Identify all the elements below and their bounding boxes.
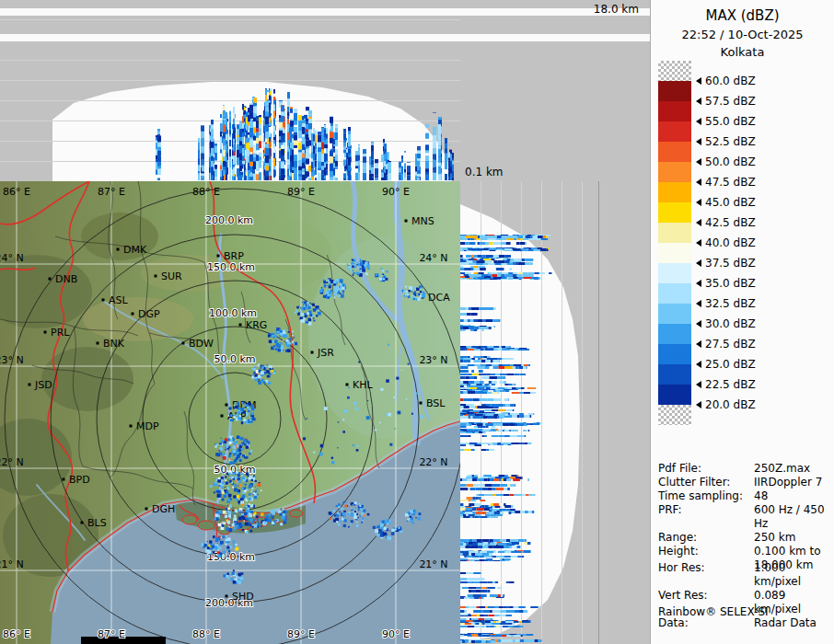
height-axis-max-label: 18.0 km bbox=[594, 3, 639, 16]
colorbar-label: 25.0 dBZ bbox=[696, 358, 756, 371]
colorbar-label: 20.0 dBZ bbox=[696, 398, 756, 411]
level-arrow-icon bbox=[696, 340, 701, 348]
colorbar-band bbox=[658, 182, 691, 202]
level-arrow-icon bbox=[696, 401, 701, 408]
level-arrow-icon bbox=[696, 259, 701, 267]
colorbar-band bbox=[658, 364, 691, 385]
colorbar-band bbox=[658, 243, 691, 263]
colorbar-label: 55.0 dBZ bbox=[696, 115, 756, 128]
info-row: Hor Res:1.000 km/pixel bbox=[658, 561, 831, 589]
colorbar-label: 22.5 dBZ bbox=[696, 378, 756, 391]
yz-max-projection-panel bbox=[460, 181, 589, 644]
colorbar-band bbox=[658, 162, 691, 182]
colorbar-band bbox=[658, 81, 691, 101]
colorbar-label: 50.0 dBZ bbox=[696, 155, 756, 168]
colorbar-label: 35.0 dBZ bbox=[696, 277, 756, 290]
colorbar-band bbox=[658, 223, 691, 243]
resolution-info-block: Hor Res:1.000 km/pixelVert Res:0.089 km/… bbox=[658, 561, 831, 630]
level-arrow-icon bbox=[696, 178, 701, 186]
radar-product-display: 18.0 km 0.1 km bbox=[0, 0, 834, 644]
colorbar-band bbox=[658, 142, 691, 162]
legend-panel: MAX (dBZ) 22:52 / 10-Oct-2025 Kolkata 60… bbox=[650, 0, 834, 644]
colorbar-band bbox=[658, 324, 691, 344]
colorbar-label: 40.0 dBZ bbox=[696, 236, 756, 249]
info-row: Time sampling:48 bbox=[658, 489, 831, 503]
info-row: Data:Radar Data bbox=[658, 616, 831, 630]
colorbar-band bbox=[658, 101, 691, 121]
colorbar-band bbox=[658, 283, 691, 304]
colorbar-band bbox=[658, 61, 691, 81]
colorbar-band bbox=[658, 304, 691, 324]
ppi-echo-overlay bbox=[0, 181, 460, 644]
info-row: Pdf File:250Z.max bbox=[658, 462, 831, 476]
colorbar-label: 60.0 dBZ bbox=[696, 75, 756, 87]
colorbar-band bbox=[658, 121, 691, 142]
colorbar-label: 37.5 dBZ bbox=[696, 257, 756, 270]
level-arrow-icon bbox=[696, 239, 701, 247]
level-arrow-icon bbox=[696, 199, 701, 206]
info-row: Range:250 km bbox=[658, 531, 831, 545]
level-arrow-icon bbox=[696, 381, 701, 388]
colorbar-label: 42.5 dBZ bbox=[696, 216, 756, 229]
level-arrow-icon bbox=[696, 219, 701, 226]
product-title: MAX (dBZ) bbox=[651, 7, 834, 24]
software-credit: Rainbow® SELEX-SI bbox=[658, 605, 769, 618]
level-arrow-icon bbox=[696, 118, 701, 125]
colorbar-label: 45.0 dBZ bbox=[696, 196, 756, 209]
colorbar-band bbox=[658, 385, 691, 405]
level-arrow-icon bbox=[696, 361, 701, 368]
panel-divider bbox=[598, 181, 599, 644]
level-arrow-icon bbox=[696, 280, 701, 287]
info-row: Clutter Filter:IIRDoppler 7 bbox=[658, 476, 831, 489]
level-arrow-icon bbox=[696, 300, 701, 307]
colorbar-band bbox=[658, 405, 691, 425]
colorbar-label: 30.0 dBZ bbox=[696, 317, 756, 330]
level-arrow-icon bbox=[696, 98, 701, 105]
station-name: Kolkata bbox=[651, 45, 834, 59]
grid-stripe bbox=[460, 34, 650, 41]
info-row: PRF:600 Hz / 450 Hz bbox=[658, 503, 831, 531]
xz-max-projection-panel bbox=[0, 0, 460, 181]
colorbar-label: 47.5 dBZ bbox=[696, 176, 756, 189]
colorbar-label: 27.5 dBZ bbox=[696, 338, 756, 351]
axis-corner: 18.0 km 0.1 km bbox=[460, 0, 650, 181]
level-arrow-icon bbox=[696, 138, 701, 145]
height-axis-origin-label: 0.1 km bbox=[465, 166, 504, 178]
colorbar-label: 32.5 dBZ bbox=[696, 297, 756, 310]
colorbar-band bbox=[658, 263, 691, 283]
level-arrow-icon bbox=[696, 320, 701, 328]
product-datetime: 22:52 / 10-Oct-2025 bbox=[651, 28, 834, 41]
level-arrow-icon bbox=[696, 158, 701, 166]
colorbar-band bbox=[658, 344, 691, 364]
dbz-colorbar: 60.0 dBZ57.5 dBZ55.0 dBZ52.5 dBZ50.0 dBZ… bbox=[658, 61, 831, 425]
colorbar-label: 57.5 dBZ bbox=[696, 95, 756, 108]
colorbar-band bbox=[658, 202, 691, 223]
colorbar-label: 52.5 dBZ bbox=[696, 135, 756, 148]
level-arrow-icon bbox=[696, 77, 701, 85]
product-info-block: Pdf File:250Z.maxClutter Filter:IIRDoppl… bbox=[658, 462, 831, 572]
